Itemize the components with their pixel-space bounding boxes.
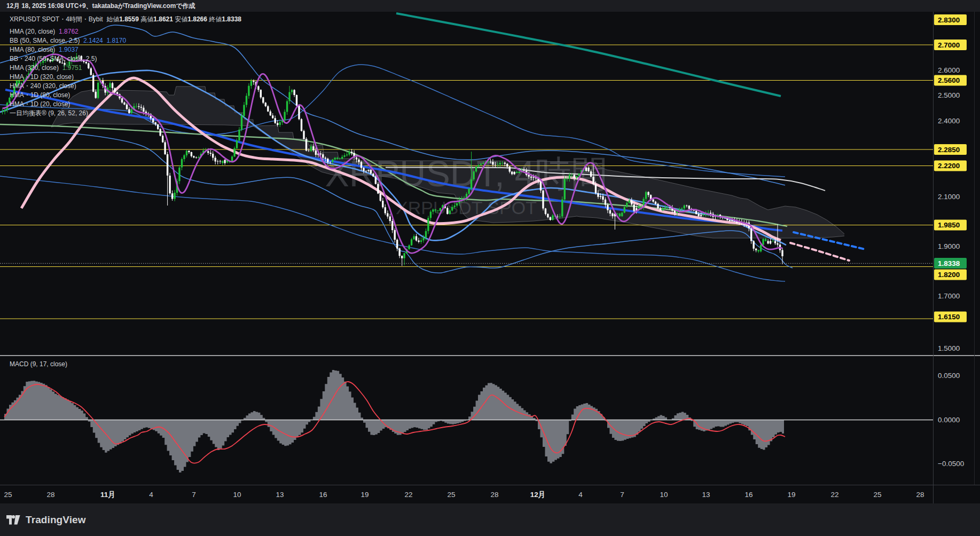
svg-text:4: 4 xyxy=(578,491,583,499)
svg-text:22: 22 xyxy=(830,491,838,499)
svg-text:4: 4 xyxy=(149,491,153,499)
svg-text:28: 28 xyxy=(490,491,498,499)
svg-text:2.2850: 2.2850 xyxy=(938,146,960,154)
svg-text:−0.0500: −0.0500 xyxy=(938,460,964,468)
svg-text:2.2200: 2.2200 xyxy=(938,162,960,170)
svg-text:11月: 11月 xyxy=(100,491,115,499)
svg-text:2.6000: 2.6000 xyxy=(938,66,960,74)
svg-text:2.1000: 2.1000 xyxy=(938,193,960,201)
svg-text:25: 25 xyxy=(873,491,881,499)
svg-text:13: 13 xyxy=(702,491,710,499)
svg-text:1.8338: 1.8338 xyxy=(938,259,960,267)
svg-text:10: 10 xyxy=(233,491,241,499)
svg-text:2.4000: 2.4000 xyxy=(938,117,960,125)
svg-text:22: 22 xyxy=(404,491,412,499)
svg-text:7: 7 xyxy=(192,491,196,499)
svg-text:1.6150: 1.6150 xyxy=(938,313,960,321)
svg-text:13: 13 xyxy=(276,491,284,499)
svg-text:16: 16 xyxy=(319,491,327,499)
svg-text:12月: 12月 xyxy=(530,491,546,499)
svg-text:28: 28 xyxy=(916,491,924,499)
svg-text:25: 25 xyxy=(4,491,12,499)
svg-text:16: 16 xyxy=(744,491,752,499)
svg-text:2.7000: 2.7000 xyxy=(938,41,960,49)
svg-text:2.5600: 2.5600 xyxy=(938,76,960,84)
svg-text:19: 19 xyxy=(360,491,369,499)
svg-text:25: 25 xyxy=(447,491,455,499)
svg-text:1.5000: 1.5000 xyxy=(938,344,960,352)
svg-text:28: 28 xyxy=(46,491,54,499)
svg-text:0.0500: 0.0500 xyxy=(938,372,960,380)
svg-text:1.9000: 1.9000 xyxy=(938,242,960,250)
svg-text:2.5000: 2.5000 xyxy=(938,91,960,99)
svg-text:0.0000: 0.0000 xyxy=(938,416,960,424)
svg-text:2.8300: 2.8300 xyxy=(938,16,960,24)
svg-text:10: 10 xyxy=(660,491,668,499)
svg-text:1.9850: 1.9850 xyxy=(938,221,960,229)
svg-text:1.8200: 1.8200 xyxy=(938,271,960,279)
svg-text:19: 19 xyxy=(787,491,795,499)
svg-text:1.7000: 1.7000 xyxy=(938,292,960,300)
svg-text:7: 7 xyxy=(620,491,624,499)
